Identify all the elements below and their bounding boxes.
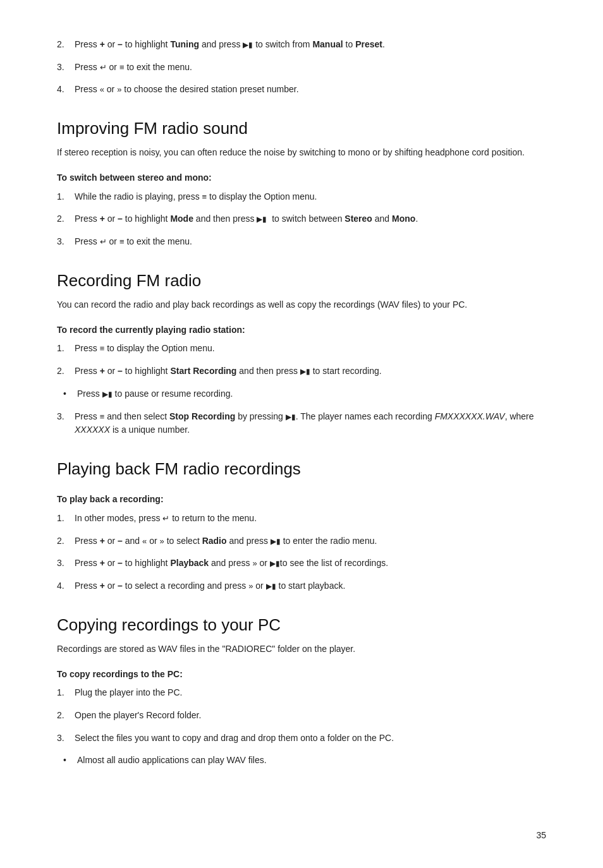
playback-item-1: 1. In other modes, press ↵ to return to … — [57, 512, 546, 526]
item-number: 2. — [57, 38, 75, 52]
section-title-copying: Copying recordings to your PC — [57, 612, 546, 637]
item-content: Press ↵ or ≡ to exit the menu. — [75, 235, 546, 249]
item-number: 1. — [57, 686, 75, 700]
section-intro-recording: You can record the radio and play back r… — [57, 298, 546, 312]
item-number: 1. — [57, 512, 75, 526]
item-content: Press + or – to highlight Tuning and pre… — [75, 38, 546, 52]
stereo-item-1: 1. While the radio is playing, press ≡ t… — [57, 190, 546, 204]
item-number: 3. — [57, 61, 75, 75]
stereo-item-2: 2. Press + or – to highlight Mode and th… — [57, 212, 546, 226]
playback-item-2: 2. Press + or – and « or » to select Rad… — [57, 534, 546, 548]
section-intro-improving: If stereo reception is noisy, you can of… — [57, 146, 546, 160]
item-number: 3. — [57, 410, 75, 437]
item-number: 4. — [57, 83, 75, 97]
record-item-2: 2. Press + or – to highlight Start Recor… — [57, 365, 546, 378]
section-copying: Copying recordings to your PC Recordings… — [57, 612, 546, 768]
item-content: Press + or – to highlight Start Recordin… — [75, 365, 546, 378]
item-content: While the radio is playing, press ≡ to d… — [75, 190, 546, 204]
copy-bullet-wav: • Almost all audio applications can play… — [57, 754, 546, 768]
item-content: Press + or – to highlight Playback and p… — [75, 557, 546, 570]
item-content: Press ≡ to display the Option menu. — [75, 342, 546, 356]
item-content: Select the files you want to copy and dr… — [75, 732, 546, 745]
copy-item-1: 1. Plug the player into the PC. — [57, 686, 546, 700]
copy-item-3: 3. Select the files you want to copy and… — [57, 732, 546, 745]
copy-item-2: 2. Open the player's Record folder. — [57, 709, 546, 723]
item-number: 1. — [57, 342, 75, 356]
bullet-symbol: • — [63, 754, 77, 768]
item-content: Almost all audio applications can play W… — [77, 754, 546, 768]
subsection-title-stereo-mono: To switch between stereo and mono: — [57, 171, 546, 185]
item-content: In other modes, press ↵ to return to the… — [75, 512, 546, 526]
stereo-item-3: 3. Press ↵ or ≡ to exit the menu. — [57, 235, 546, 249]
item-content: Plug the player into the PC. — [75, 686, 546, 700]
subsection-title-record-station: To record the currently playing radio st… — [57, 323, 546, 337]
item-content: Press + or – to select a recording and p… — [75, 579, 546, 593]
item-number: 3. — [57, 557, 75, 570]
subsection-title-play-recording: To play back a recording: — [57, 493, 546, 507]
item-content: Press « or » to choose the desired stati… — [75, 83, 546, 97]
item-number: 2. — [57, 709, 75, 723]
item-content: Press + or – to highlight Mode and then … — [75, 212, 546, 226]
page-number: 35 — [536, 829, 546, 843]
item-number: 1. — [57, 190, 75, 204]
item-content: Press ≡ and then select Stop Recording b… — [75, 410, 546, 437]
record-bullet-pause: • Press ▶▮ to pause or resume recording. — [57, 387, 546, 401]
section-improving-fm: Improving FM radio sound If stereo recep… — [57, 116, 546, 249]
item-number: 3. — [57, 235, 75, 249]
item-content: Open the player's Record folder. — [75, 709, 546, 723]
item-number: 2. — [57, 365, 75, 378]
top-item-4: 4. Press « or » to choose the desired st… — [57, 83, 546, 97]
section-title-improving: Improving FM radio sound — [57, 116, 546, 141]
item-number: 2. — [57, 534, 75, 548]
top-item-2: 2. Press + or – to highlight Tuning and … — [57, 38, 546, 52]
item-number: 3. — [57, 732, 75, 745]
section-intro-copying: Recordings are stored as WAV files in th… — [57, 642, 546, 656]
record-item-1: 1. Press ≡ to display the Option menu. — [57, 342, 546, 356]
subsection-title-copy-to-pc: To copy recordings to the PC: — [57, 668, 546, 682]
section-playback-fm: Playing back FM radio recordings To play… — [57, 456, 546, 593]
bullet-symbol: • — [63, 387, 77, 401]
item-number: 4. — [57, 579, 75, 593]
document-body: 2. Press + or – to highlight Tuning and … — [57, 38, 546, 768]
section-title-playback: Playing back FM radio recordings — [57, 456, 546, 481]
playback-item-4: 4. Press + or – to select a recording an… — [57, 579, 546, 593]
record-item-3: 3. Press ≡ and then select Stop Recordin… — [57, 410, 546, 437]
item-number: 2. — [57, 212, 75, 226]
section-title-recording: Recording FM radio — [57, 268, 546, 293]
section-recording-fm: Recording FM radio You can record the ra… — [57, 268, 546, 437]
top-item-3: 3. Press ↵ or ≡ to exit the menu. — [57, 61, 546, 75]
playback-item-3: 3. Press + or – to highlight Playback an… — [57, 557, 546, 570]
item-content: Press ↵ or ≡ to exit the menu. — [75, 61, 546, 75]
item-content: Press ▶▮ to pause or resume recording. — [77, 387, 546, 401]
item-content: Press + or – and « or » to select Radio … — [75, 534, 546, 548]
top-items: 2. Press + or – to highlight Tuning and … — [57, 38, 546, 97]
